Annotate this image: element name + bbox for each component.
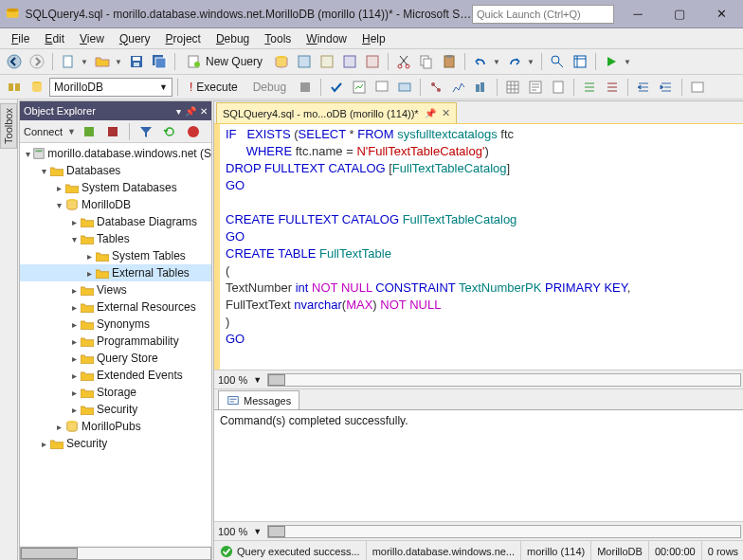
maximize-button[interactable]: ▢ bbox=[663, 4, 696, 25]
mdx-button[interactable] bbox=[317, 51, 337, 72]
svg-rect-24 bbox=[574, 56, 586, 67]
tree-node[interactable]: ▸Extended Events bbox=[20, 367, 211, 384]
as-query-button[interactable] bbox=[294, 51, 315, 72]
paste-button[interactable] bbox=[439, 51, 460, 72]
comment-button[interactable] bbox=[579, 77, 600, 98]
tree-node[interactable]: ▸Storage bbox=[20, 384, 211, 401]
chevron-down-icon[interactable]: ▼ bbox=[253, 527, 262, 536]
find-button[interactable] bbox=[547, 51, 568, 72]
query-options-button[interactable] bbox=[372, 77, 392, 98]
menu-file[interactable]: File bbox=[4, 30, 37, 47]
tree-node[interactable]: ▸System Tables bbox=[20, 247, 211, 264]
quick-launch-input[interactable] bbox=[472, 5, 614, 24]
messages-body[interactable]: Command(s) completed successfully. bbox=[214, 409, 743, 521]
tree-node[interactable]: ▸Database Diagrams bbox=[20, 213, 211, 230]
sql-editor[interactable]: IF EXISTS (SELECT * FROM sysfulltextcata… bbox=[220, 124, 743, 370]
uncomment-button[interactable] bbox=[602, 77, 623, 98]
start-button[interactable] bbox=[601, 51, 622, 72]
tree-node[interactable]: ▸Programmability bbox=[20, 333, 211, 350]
menu-window[interactable]: Window bbox=[299, 30, 354, 47]
database-combo-value: MorilloDB bbox=[54, 81, 103, 94]
cut-button[interactable] bbox=[393, 51, 414, 72]
execute-button[interactable]: ! Execute bbox=[183, 77, 245, 98]
available-db-button[interactable] bbox=[27, 77, 47, 98]
tree-node[interactable]: ▸MorilloPubs bbox=[20, 418, 211, 435]
chevron-down-icon[interactable]: ▼ bbox=[67, 127, 76, 136]
actual-plan-button[interactable] bbox=[426, 77, 446, 98]
save-all-button[interactable] bbox=[149, 51, 170, 72]
results-file-button[interactable] bbox=[548, 77, 569, 98]
chevron-down-icon[interactable]: ▼ bbox=[253, 375, 262, 385]
nav-fwd-button[interactable] bbox=[27, 51, 47, 72]
open-button[interactable] bbox=[92, 51, 113, 72]
menu-debug[interactable]: Debug bbox=[208, 30, 257, 47]
messages-tab[interactable]: Messages bbox=[218, 390, 299, 409]
tree-node[interactable]: ▸Synonyms bbox=[20, 316, 211, 333]
tree-node[interactable]: ▾Databases bbox=[20, 162, 211, 179]
menu-project[interactable]: Project bbox=[158, 30, 208, 47]
save-button[interactable] bbox=[126, 51, 147, 72]
client-stats-button[interactable] bbox=[471, 77, 492, 98]
tab-close-icon[interactable]: ✕ bbox=[442, 107, 450, 119]
object-tree[interactable]: ▾morillo.database.windows.net (S▾Databas… bbox=[20, 143, 211, 546]
outdent-button[interactable] bbox=[656, 77, 677, 98]
results-grid-button[interactable] bbox=[502, 77, 523, 98]
dmx-button[interactable] bbox=[339, 51, 360, 72]
menu-help[interactable]: Help bbox=[354, 30, 393, 47]
parse-button[interactable] bbox=[326, 77, 347, 98]
tree-node[interactable]: ▾morillo.database.windows.net (S bbox=[20, 145, 211, 162]
menu-query[interactable]: Query bbox=[112, 30, 158, 47]
xmla-button[interactable] bbox=[362, 51, 383, 72]
new-item-button[interactable] bbox=[58, 51, 79, 72]
disconnect-button[interactable] bbox=[102, 121, 123, 142]
explorer-toolbar: Connect ▼ bbox=[20, 120, 211, 143]
tree-node[interactable]: ▸External Tables bbox=[20, 264, 211, 281]
tree-node[interactable]: ▸Security bbox=[20, 435, 211, 452]
nav-back-button[interactable] bbox=[4, 51, 25, 72]
panel-close-icon[interactable]: ✕ bbox=[200, 106, 208, 117]
editor-tab-active[interactable]: SQLQuery4.sql - mo...oDB (morillo (114))… bbox=[216, 102, 457, 123]
menu-tools[interactable]: Tools bbox=[257, 30, 299, 47]
pin-icon[interactable]: 📌 bbox=[185, 106, 196, 117]
connect-obj-explorer-button[interactable] bbox=[79, 121, 100, 142]
filter-button[interactable] bbox=[136, 121, 156, 142]
estimated-plan-button[interactable] bbox=[349, 77, 370, 98]
panel-menu-icon[interactable]: ▾ bbox=[176, 106, 181, 117]
intellisense-button[interactable] bbox=[394, 77, 415, 98]
tree-node[interactable]: ▸Views bbox=[20, 281, 211, 298]
cancel-query-button[interactable] bbox=[295, 77, 316, 98]
toolbox-tab[interactable]: Toolbox bbox=[0, 99, 18, 560]
live-stats-button[interactable] bbox=[448, 77, 469, 98]
explorer-hscroll[interactable] bbox=[20, 546, 211, 560]
tree-node[interactable]: ▸Query Store bbox=[20, 350, 211, 367]
change-connection-button[interactable] bbox=[4, 77, 25, 98]
tree-node[interactable]: ▸System Databases bbox=[20, 179, 211, 196]
close-button[interactable]: ✕ bbox=[705, 4, 737, 25]
tree-node[interactable]: ▸Security bbox=[20, 401, 211, 418]
quick-launch[interactable] bbox=[472, 5, 614, 24]
new-query-button[interactable]: New Query bbox=[180, 51, 269, 72]
tree-node[interactable]: ▸External Resources bbox=[20, 298, 211, 316]
copy-button[interactable] bbox=[416, 51, 437, 72]
menu-edit[interactable]: Edit bbox=[37, 30, 72, 47]
svg-rect-7 bbox=[134, 63, 139, 66]
database-combo[interactable]: MorilloDB ▼ bbox=[49, 78, 172, 97]
undo-button[interactable] bbox=[470, 51, 491, 72]
refresh-button[interactable] bbox=[159, 121, 180, 142]
stop-button[interactable] bbox=[183, 121, 204, 142]
redo-button[interactable] bbox=[504, 51, 525, 72]
menu-view[interactable]: View bbox=[72, 30, 112, 47]
minimize-button[interactable]: ─ bbox=[622, 4, 654, 25]
editor-hscroll[interactable] bbox=[267, 373, 741, 387]
connect-label: Connect bbox=[24, 126, 63, 137]
db-engine-query-button[interactable] bbox=[271, 51, 292, 72]
debug-button[interactable]: Debug bbox=[246, 77, 293, 98]
tree-node[interactable]: ▾Tables bbox=[20, 230, 211, 247]
tree-node[interactable]: ▾MorilloDB bbox=[20, 196, 211, 213]
specify-values-button[interactable] bbox=[687, 77, 708, 98]
pin-small-icon[interactable]: 📌 bbox=[425, 108, 436, 118]
properties-button[interactable] bbox=[570, 51, 590, 72]
messages-hscroll[interactable] bbox=[267, 525, 741, 538]
indent-button[interactable] bbox=[633, 77, 654, 98]
results-text-button[interactable] bbox=[525, 77, 546, 98]
